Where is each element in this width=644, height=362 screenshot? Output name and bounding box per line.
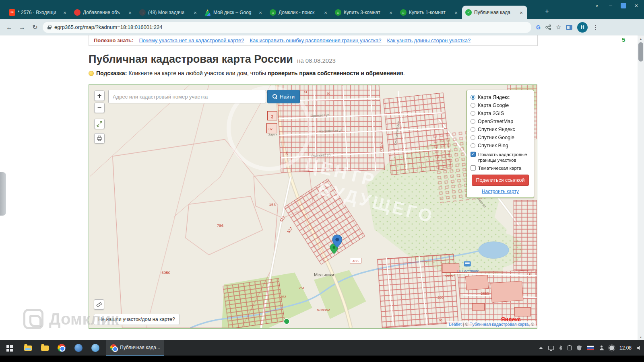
brightness-icon[interactable] [609,346,614,350]
map-label: 253 [280,295,286,299]
taskbar-clock[interactable]: 12:08 [619,345,632,351]
tab-cadastral-map-active[interactable]: Публичная када [462,6,527,19]
taskbar: Публичная када... 12:08 [0,340,644,356]
tab-label: Домклик - поиск [279,10,320,15]
place-label: ГК Нефтяник [457,269,479,273]
scroll-up-arrow[interactable] [638,35,644,42]
google-translate-icon[interactable] [536,24,541,31]
menu-kebab-icon[interactable] [592,24,599,31]
tab-close-icon[interactable] [323,10,328,16]
map-search: Найти [108,90,300,103]
tab-close-icon[interactable] [62,10,68,16]
minimize-button[interactable] [607,2,614,8]
page-scrollbar[interactable] [638,35,644,340]
tab-close-icon[interactable] [192,10,198,16]
layer-option-2gis-map[interactable]: Карта 2GIS [471,109,530,117]
window-controls [593,2,640,9]
shield-icon[interactable] [577,346,582,351]
print-button[interactable] [94,133,105,144]
map-date: на 08.08.2023 [297,57,336,64]
app-button-blue[interactable] [70,340,87,356]
file-explorer-button[interactable] [19,340,36,356]
useful-link-2[interactable]: Как исправить ошибку расположения границ… [250,37,381,43]
leaflet-link[interactable]: Leaflet [449,322,462,327]
map-label: 87 [268,127,272,131]
green-poi-marker [284,319,289,324]
tab-domclick-search[interactable]: Домклик - поиск [266,6,332,19]
screen: * 2576 · Входящи Добавление объ (48) Мои… [0,0,644,362]
layer-option-google-map[interactable]: Карта Google [471,101,530,109]
tab-drive[interactable]: Мой диск – Goog [201,6,266,19]
hidden-icons-chevron[interactable] [539,347,543,349]
search-input[interactable] [108,90,266,103]
tab-label: Купить 1-комнат [409,10,451,15]
tabs-container: * 2576 · Входящи Добавление объ (48) Мои… [6,6,527,19]
zoom-in-button[interactable]: + [94,90,105,101]
volume-icon[interactable] [637,346,642,350]
tab-buy-3room[interactable]: Купить 3-комнат [332,6,397,19]
thematic-map-checkbox[interactable]: Тематическая карта [471,165,530,171]
app-button-lightblue[interactable] [87,340,104,356]
map-label: 5079/192 [317,308,330,312]
new-tab-button[interactable] [542,6,552,16]
layer-option-yandex-sat[interactable]: Спутник Яндекс [471,125,530,134]
chrome-button[interactable] [53,340,70,356]
scroll-down-arrow[interactable] [638,334,644,340]
pkk-link[interactable]: Публичная кадастровая карта [469,322,528,327]
tab-buy-1room[interactable]: Купить 1-комнат [397,6,462,19]
docked-window-edge[interactable] [0,172,6,216]
layers-panel: Карта Яндекс Карта Google Карта 2GIS Ope… [466,90,534,198]
active-task-button[interactable]: Публичная када... [106,340,164,356]
bookmark-star-icon[interactable] [556,24,561,31]
tab-close-icon[interactable] [258,10,263,16]
configure-map-link[interactable]: Настроить карту [471,189,530,194]
share-link-button[interactable]: Поделиться ссылкой [472,175,529,186]
layer-option-osm[interactable]: OpenStreetMap [471,117,530,125]
measure-button[interactable] [94,299,104,310]
printer-icon [97,136,102,141]
page-content: Полезно знать: Почему участка нет на кад… [0,35,638,340]
start-button[interactable] [2,340,19,356]
fullscreen-button[interactable] [94,119,105,129]
clipboard-icon[interactable] [568,346,572,350]
tab-close-icon[interactable] [127,10,133,16]
language-flag-ru[interactable] [587,346,594,350]
layer-option-bing-sat[interactable]: Спутник Bing [471,142,530,150]
page-title: Публичная кадастровая карта Россиина 08.… [89,53,336,66]
share-icon[interactable] [545,25,551,30]
useful-link-3[interactable]: Как узнать длины сторон участка? [387,37,471,43]
tab-close-icon[interactable] [518,10,524,16]
radio-icon [471,143,475,148]
folder-icon [41,346,49,351]
maximize-button[interactable] [621,3,626,8]
forward-button[interactable] [17,22,27,33]
checkbox-label: Тематическая карта [478,165,521,171]
chrome-icon [58,344,66,352]
tab-add-object[interactable]: Добавление объ [71,6,136,19]
system-tray: 12:08 [539,340,642,356]
tab-close-icon[interactable] [453,10,459,16]
show-borders-checkbox[interactable]: Показать кадастровые границы участков [471,152,530,163]
layer-option-google-sat[interactable]: Спутник Google [471,134,530,142]
bluetooth-icon[interactable] [559,346,562,350]
back-button[interactable] [4,22,14,33]
layer-option-yandex-map[interactable]: Карта Яндекс [471,93,530,101]
tab-tasks[interactable]: (48) Мои задачи [136,6,201,19]
browser-tabstrip: * 2576 · Входящи Добавление объ (48) Мои… [0,0,644,19]
close-window-button[interactable] [633,2,640,9]
tab-close-icon[interactable] [388,10,394,16]
scrollbar-thumb[interactable] [638,42,643,62]
find-button[interactable]: Найти [267,90,300,103]
folder-button[interactable] [36,340,53,356]
chevron-down-icon[interactable] [593,2,601,8]
user-icon[interactable] [599,346,604,350]
not-found-box[interactable]: Не нашли участок/дом на карте? [94,314,180,325]
zoom-out-button[interactable]: − [94,103,105,113]
reload-button[interactable] [30,22,40,33]
address-bar[interactable]: egrp365.org/map/?kadnum=18:18:016001:224 [43,22,531,33]
side-panel-icon[interactable] [566,25,572,30]
profile-avatar[interactable]: H [577,22,588,33]
display-icon[interactable] [548,346,554,350]
useful-link-1[interactable]: Почему участка нет на кадастровой карте? [139,37,244,43]
tab-mail[interactable]: * 2576 · Входящи [6,6,71,19]
